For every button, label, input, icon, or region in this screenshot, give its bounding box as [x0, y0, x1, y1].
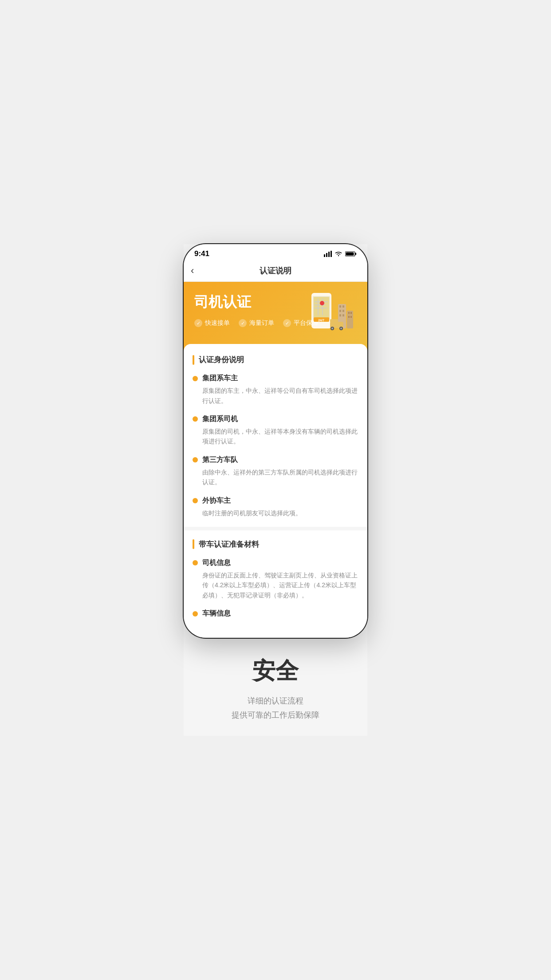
- list-item-title-row-2: 集团系司机: [193, 415, 358, 424]
- hero-illustration: 24/7: [303, 286, 360, 344]
- nav-bar: ‹ 认证说明: [184, 262, 367, 282]
- svg-rect-1: [326, 253, 327, 257]
- section1-title: 认证身份说明: [199, 355, 244, 365]
- list-item-title-5: 司机信息: [202, 558, 231, 568]
- check-icon-2: ✓: [239, 319, 247, 327]
- section2-header: 带车认证准备材料: [193, 539, 358, 549]
- svg-rect-22: [339, 310, 341, 312]
- bottom-main-text: 安全: [193, 656, 358, 687]
- signal-icon: [324, 251, 332, 257]
- badge-label-1: 快速接单: [205, 319, 230, 327]
- svg-rect-24: [339, 314, 341, 316]
- list-item-group-6: 车辆信息: [193, 609, 358, 618]
- list-item-group-5: 司机信息 身份证的正反面上传、驾驶证主副页上传、从业资格证上传（4.2米以上车型…: [193, 558, 358, 600]
- status-time: 9:41: [194, 249, 209, 258]
- svg-rect-0: [324, 254, 325, 257]
- section1-header: 认证身份说明: [193, 355, 358, 365]
- list-item-title-row-6: 车辆信息: [193, 609, 358, 618]
- list-item-group-1: 集团系车主 原集团的车主，中永、运祥等公司自有车司机选择此项进行认证。: [193, 374, 358, 406]
- section1-accent: [193, 355, 194, 365]
- page-wrapper: 9:41: [184, 244, 367, 736]
- svg-rect-2: [328, 252, 330, 257]
- back-button[interactable]: ‹: [191, 265, 194, 277]
- check-icon-1: ✓: [194, 319, 202, 327]
- orange-dot-1: [193, 376, 198, 381]
- section2-accent: [193, 539, 194, 549]
- list-item-desc-2: 原集团的司机，中永、运祥等本身没有车辆的司机选择此项进行认证。: [193, 427, 358, 447]
- svg-text:24/7: 24/7: [318, 319, 324, 322]
- svg-point-35: [331, 328, 333, 329]
- hero-badge-1: ✓ 快速接单: [194, 319, 230, 327]
- svg-rect-29: [348, 316, 350, 318]
- list-item-desc-3: 由除中永、运祥外的第三方车队所属的司机选择此项进行认证。: [193, 467, 358, 487]
- svg-rect-20: [339, 305, 341, 308]
- svg-rect-23: [342, 310, 344, 312]
- list-item-title-2: 集团系司机: [202, 415, 238, 424]
- check-icon-3: ✓: [283, 319, 291, 327]
- list-item-title-1: 集团系车主: [202, 374, 238, 383]
- content-card: 认证身份说明 集团系车主 原集团的车主，中永、运祥等公司自有车司机选择此项进行认…: [184, 344, 367, 638]
- list-item-title-3: 第三方车队: [202, 455, 238, 465]
- hero-badge-2: ✓ 海量订单: [239, 319, 274, 327]
- list-item-desc-1: 原集团的车主，中永、运祥等公司自有车司机选择此项进行认证。: [193, 386, 358, 406]
- svg-rect-26: [347, 311, 353, 328]
- bottom-section: 安全 详细的认证流程 提供可靠的工作后勤保障: [184, 638, 367, 736]
- orange-dot-5: [193, 560, 198, 565]
- bottom-sub-line-1: 详细的认证流程: [193, 694, 358, 708]
- orange-dot-2: [193, 416, 198, 422]
- svg-rect-27: [348, 312, 350, 314]
- svg-point-36: [340, 328, 342, 329]
- list-item-title-row-5: 司机信息: [193, 558, 358, 568]
- bottom-sub-lines: 详细的认证流程 提供可靠的工作后勤保障: [193, 694, 358, 723]
- list-item-title-4: 外协车主: [202, 496, 231, 506]
- svg-rect-28: [350, 312, 352, 314]
- svg-rect-30: [350, 316, 352, 318]
- bottom-sub-line-2: 提供可靠的工作后勤保障: [193, 708, 358, 722]
- list-item-title-row-4: 外协车主: [193, 496, 358, 506]
- list-item-desc-4: 临时注册的司机朋友可以选择此项。: [193, 508, 358, 518]
- orange-dot-3: [193, 457, 198, 462]
- list-item-desc-5: 身份证的正反面上传、驾驶证主副页上传、从业资格证上传（4.2米以上车型必填）、运…: [193, 570, 358, 600]
- status-bar: 9:41: [184, 244, 367, 262]
- list-item-title-6: 车辆信息: [202, 609, 231, 618]
- list-item-group-2: 集团系司机 原集团的司机，中永、运祥等本身没有车辆的司机选择此项进行认证。: [193, 415, 358, 447]
- section2-content: 带车认证准备材料 司机信息 身份证的正反面上传、驾驶证主副页上传、从业资格证上传…: [193, 530, 358, 618]
- svg-rect-21: [342, 305, 344, 308]
- svg-rect-5: [355, 253, 357, 255]
- section-divider: [184, 527, 367, 530]
- svg-rect-3: [331, 251, 332, 257]
- list-item-group-4: 外协车主 临时注册的司机朋友可以选择此项。: [193, 496, 358, 518]
- svg-rect-32: [330, 319, 338, 323]
- list-item-group-3: 第三方车队 由除中永、运祥外的第三方车队所属的司机选择此项进行认证。: [193, 455, 358, 487]
- wifi-icon: [335, 251, 342, 257]
- hero-banner: 司机认证 ✓ 快速接单 ✓ 海量订单 ✓ 平台保障: [184, 282, 367, 353]
- status-icons: [324, 251, 357, 257]
- nav-title: 认证说明: [260, 265, 291, 276]
- orange-dot-6: [193, 611, 198, 616]
- list-item-title-row-1: 集团系车主: [193, 374, 358, 383]
- phone-frame: 9:41: [184, 244, 367, 638]
- battery-icon: [345, 251, 357, 257]
- section2-title: 带车认证准备材料: [199, 539, 259, 549]
- orange-dot-4: [193, 498, 198, 503]
- list-item-title-row-3: 第三方车队: [193, 455, 358, 465]
- badge-label-2: 海量订单: [249, 319, 274, 327]
- svg-rect-6: [346, 253, 354, 256]
- svg-rect-25: [342, 314, 344, 316]
